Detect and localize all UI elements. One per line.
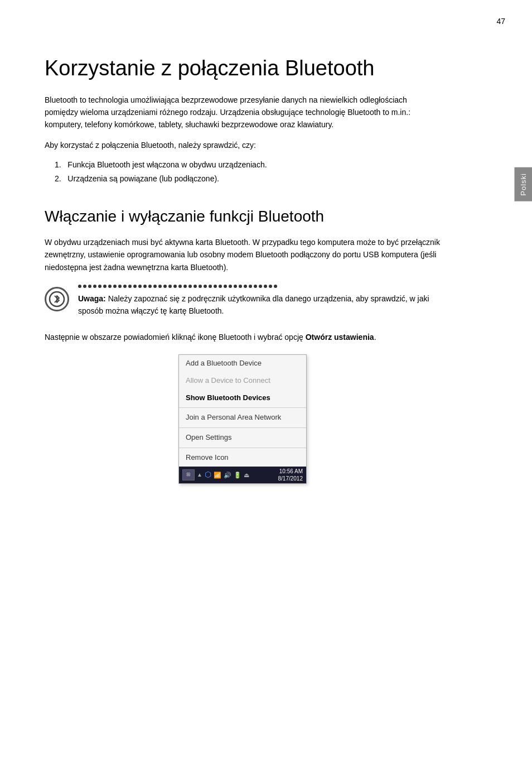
note-text: Uwaga: Należy zapoznać się z podręcznik … (78, 292, 441, 318)
context-menu-item-add-device[interactable]: Add a Bluetooth Device (179, 355, 306, 372)
context-menu-separator (179, 448, 306, 448)
bluetooth-taskbar-icon[interactable]: ⬡ (205, 469, 211, 480)
context-menu: Add a Bluetooth DeviceAllow a Device to … (178, 354, 307, 484)
note-dot (143, 285, 147, 288)
note-dot (173, 285, 177, 288)
bluetooth-note-icon (49, 291, 65, 307)
note-dot (118, 285, 122, 288)
instruction-bold: Otwórz ustawienia (306, 333, 374, 342)
list-item: 1. Funkcja Bluetooth jest włączona w oby… (45, 159, 441, 171)
note-dot (229, 285, 232, 288)
note-body-text: Należy zapoznać się z podręcznik użytkow… (78, 294, 429, 315)
note-dot (259, 285, 262, 288)
note-dot (264, 285, 267, 288)
start-button[interactable]: ⊞ (182, 469, 195, 480)
note-dot (188, 285, 192, 288)
speaker-icon: 🔊 (224, 470, 231, 480)
start-icon: ⊞ (186, 471, 191, 479)
note-dot (209, 285, 212, 288)
note-dot (83, 285, 86, 288)
instruction-text-after: . (374, 333, 376, 342)
note-dot (138, 285, 142, 288)
clock-date: 8/17/2012 (278, 475, 303, 482)
note-dot (194, 285, 197, 288)
context-menu-separator (179, 427, 306, 428)
note-dot (123, 285, 127, 288)
taskbar: ⊞ ▲ ⬡ 📶 🔊 🔋 ⏏ 10:56 AM 8/17/2012 (179, 467, 306, 483)
note-dot (128, 285, 132, 288)
note-dot (274, 285, 277, 288)
context-menu-item-show-devices[interactable]: Show Bluetooth Devices (179, 390, 306, 407)
clock-time: 10:56 AM (278, 468, 303, 475)
note-box: Uwaga: Należy zapoznać się z podręcznik … (45, 285, 441, 318)
chevron-icon: ▲ (197, 470, 202, 479)
list-item-text: Urządzenia są powiązane (lub podłączone)… (67, 174, 219, 183)
usb-icon: ⏏ (244, 470, 249, 480)
section-paragraph: W obydwu urządzeniach musi być aktywna k… (45, 236, 441, 273)
prereq-intro: Aby korzystać z połączenia Bluetooth, na… (45, 139, 441, 151)
note-dot (88, 285, 91, 288)
context-menu-item-remove-icon[interactable]: Remove Icon (179, 449, 306, 467)
note-dot (148, 285, 152, 288)
page-title: Korzystanie z połączenia Bluetooth (45, 56, 441, 81)
note-dot (204, 285, 207, 288)
section-title: Włączanie i wyłączanie funkcji Bluetooth (45, 207, 441, 226)
context-menu-container: Add a Bluetooth DeviceAllow a Device to … (45, 354, 441, 484)
note-dots (78, 285, 441, 288)
network-icon: 📶 (214, 470, 221, 480)
note-dot (93, 285, 96, 288)
note-dot (254, 285, 257, 288)
note-dot (183, 285, 187, 288)
intro-paragraph: Bluetooth to technologia umożliwiająca b… (45, 94, 441, 131)
context-menu-separator (179, 407, 306, 408)
note-dot (214, 285, 217, 288)
instruction-paragraph: Następnie w obszarze powiadomień kliknąć… (45, 331, 441, 343)
note-right: Uwaga: Należy zapoznać się z podręcznik … (78, 285, 441, 318)
note-dot (249, 285, 252, 288)
note-icon (45, 287, 69, 311)
instruction-text-before: Następnie w obszarze powiadomień kliknąć… (45, 333, 306, 342)
note-dot (244, 285, 247, 288)
note-dot (78, 285, 81, 288)
note-bold-prefix: Uwaga: (78, 294, 106, 303)
note-dot (178, 285, 182, 288)
context-menu-item-join-network[interactable]: Join a Personal Area Network (179, 409, 306, 426)
note-dot (153, 285, 157, 288)
language-tab: Polski (515, 167, 533, 201)
list-item: 2. Urządzenia są powiązane (lub podłączo… (45, 173, 441, 185)
prereq-list: 1. Funkcja Bluetooth jest włączona w oby… (45, 159, 441, 185)
note-dot (239, 285, 242, 288)
context-menu-item-allow-device[interactable]: Allow a Device to Connect (179, 372, 306, 390)
note-dot (269, 285, 272, 288)
note-dot (103, 285, 107, 288)
note-dot (113, 285, 117, 288)
note-dot (199, 285, 202, 288)
note-dot (163, 285, 167, 288)
list-item-text: Funkcja Bluetooth jest włączona w obydwu… (67, 160, 267, 169)
page-number: 47 (496, 16, 505, 27)
note-dot (234, 285, 237, 288)
note-dot (219, 285, 222, 288)
list-item-number: 1. (55, 160, 65, 169)
taskbar-clock: 10:56 AM 8/17/2012 (278, 468, 303, 482)
list-item-number: 2. (55, 174, 65, 183)
context-menu-item-open-settings[interactable]: Open Settings (179, 429, 306, 446)
battery-icon: 🔋 (234, 470, 241, 480)
note-dot (108, 285, 112, 288)
note-dot (158, 285, 162, 288)
note-dot (98, 285, 101, 288)
note-dot (133, 285, 137, 288)
note-dot (224, 285, 227, 288)
note-dot (168, 285, 172, 288)
